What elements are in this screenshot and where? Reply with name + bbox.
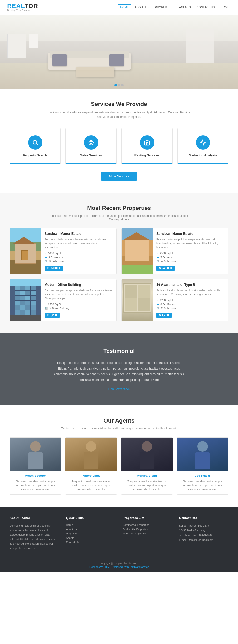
footer-properties: Properties List Commercial Properties Re… — [122, 516, 172, 550]
property-info-2: Sundown Manor Estate Pulvinar parturient… — [153, 228, 228, 274]
property-info-3: Modern Office Building Dapibus volutpat.… — [41, 280, 117, 322]
properties-section: Most Recent Properties Ridiculus tortor … — [0, 193, 238, 333]
property-info-1: Sundown Manor Estate Sed perspiciatis un… — [41, 228, 117, 274]
property-sqft-3: ✕ 2500 Sq Ft — [44, 302, 113, 306]
hero-image — [0, 15, 238, 89]
footer-quicklinks-title: Quick Links — [66, 516, 116, 520]
property-card-2[interactable]: Sundown Manor Estate Pulvinar parturient… — [121, 228, 229, 274]
nav-about[interactable]: ABOUT US — [132, 4, 152, 10]
footer-contact: Contact Info Schoönhäuser Allee 167c 104… — [179, 516, 229, 550]
agent-photo-marco — [65, 438, 117, 471]
footer-bottom: copyright@TemplateToaster.com Responsive… — [9, 558, 229, 572]
service-name-renting: Renting Services — [126, 154, 168, 157]
nav-contact[interactable]: CONTACT US — [194, 4, 217, 10]
footer-about-text: Consectetur adipiscing elit, sed diam no… — [9, 524, 59, 550]
renting-icon — [140, 135, 154, 150]
property-baths-4: 🚿 2 Bathrooms — [156, 306, 225, 310]
agent-card-3[interactable]: Monica Blend Torquent phasellus nostra t… — [121, 437, 173, 495]
property-beds-4: 🛏 3 BedRooms — [156, 303, 225, 306]
sales-icon — [84, 135, 98, 150]
property-card-1[interactable]: Sundown Manor Estate Sed perspiciatis un… — [9, 228, 117, 274]
service-card-sales[interactable]: Sales Services — [65, 128, 117, 164]
services-subtitle: Tincidunt curabitur ultrices suspendisse… — [48, 110, 190, 119]
property-img-1 — [10, 228, 41, 274]
agent-card-4[interactable]: Joe Frazer Torquent phasellus nostra tem… — [177, 437, 229, 495]
svg-line-1 — [36, 144, 38, 145]
property-card-4[interactable]: 10 Apartments of Type B Sodales tincidun… — [121, 279, 229, 322]
hero-dot-1[interactable] — [115, 84, 117, 86]
nav-blog[interactable]: BLOG — [218, 4, 231, 10]
property-price-4: $ 1,250 — [156, 312, 172, 318]
service-name-search: Property Search — [14, 154, 56, 157]
footer-telephone: Telephone: +49 30 47373765 — [179, 533, 229, 538]
property-img-4 — [121, 280, 153, 322]
testimonial-title: Testimonial — [19, 348, 219, 354]
agent-photo-joe — [177, 438, 228, 471]
property-baths-1: 🚿 3 Bathrooms — [44, 260, 113, 263]
hero-dot-2[interactable] — [118, 84, 120, 86]
logo-real: REAL — [7, 2, 24, 10]
property-price-2: $ 245,000 — [156, 266, 175, 271]
logo-tor: TOR — [24, 2, 38, 10]
property-price-1: $ 350,000 — [44, 266, 63, 271]
property-sqft-2: ✕ 4500 Sq Ft — [156, 252, 225, 255]
property-beds-2: 🛏 5 Bedrooms — [156, 256, 225, 259]
testimonial-text: Tristique eu class eros lacus ultrices l… — [52, 360, 186, 382]
services-title: Services We Provide — [9, 101, 229, 107]
more-services-button[interactable]: More Services — [101, 172, 136, 181]
footer-email: E-mail: Demo@realideal.com — [179, 538, 229, 542]
agent-name-marco: Marco Lima — [65, 474, 117, 478]
property-card-3[interactable]: Modern Office Building Dapibus volutpat.… — [9, 279, 117, 322]
hero-section — [0, 15, 238, 89]
service-card-search[interactable]: Property Search — [9, 128, 61, 164]
nav-properties[interactable]: PROPERTIES — [153, 4, 176, 10]
footer-link-home[interactable]: Home — [66, 524, 116, 526]
property-sqft-4: ✕ 1250 Sq Ft — [156, 299, 225, 302]
agent-desc-joe: Torquent phasellus nostra tempor nostra … — [177, 479, 228, 491]
property-baths-2: 🚿 4 Bathrooms — [156, 260, 225, 263]
service-name-sales: Sales Services — [70, 154, 112, 157]
property-sqft-1: ✕ 5000 Sq Ft — [44, 252, 113, 255]
services-section: Services We Provide Tincidunt curabitur … — [0, 89, 238, 193]
footer-copyright: copyright@TemplateToaster.com — [9, 562, 229, 564]
nav-home[interactable]: HOME — [118, 4, 131, 10]
properties-grid: Sundown Manor Estate Sed perspiciatis un… — [9, 228, 229, 322]
footer-properties-title: Properties List — [122, 516, 172, 520]
footer-link-agents[interactable]: Agents — [66, 536, 116, 539]
agent-card-2[interactable]: Marco Lima Torquent phasellus nostra tem… — [65, 437, 117, 495]
services-grid: Property Search Sales Services Renting S… — [9, 128, 229, 164]
property-price-3: $ 3,250 — [44, 312, 60, 318]
property-beds-3: 🏢 3 Storey Building — [44, 306, 113, 310]
testimonial-section: Testimonial Tristique eu class eros lacu… — [0, 333, 238, 406]
agent-name-adam: Adam Scooter — [10, 474, 61, 478]
agent-card-1[interactable]: Adam Scooter Torquent phasellus nostra t… — [9, 437, 61, 495]
nav-agents[interactable]: AGENTS — [177, 4, 193, 10]
marketing-icon — [196, 135, 210, 150]
property-desc-4: Sodales tincidunt lacus duis lobortis ma… — [156, 288, 225, 296]
agent-photo-monica — [121, 438, 173, 471]
hero-dot-3[interactable] — [121, 84, 123, 86]
service-card-renting[interactable]: Renting Services — [121, 128, 173, 164]
property-title-1: Sundown Manor Estate — [44, 232, 113, 236]
footer-link-properties[interactable]: Properties — [66, 532, 116, 535]
agent-name-joe: Joe Frazer — [177, 474, 228, 478]
footer-link-about[interactable]: About Us — [66, 528, 116, 531]
footer-about-title: About Realtor — [9, 516, 59, 520]
footer-about: About Realtor Consectetur adipiscing eli… — [9, 516, 59, 550]
property-desc-1: Sed perspiciatis unde omnisviste natus e… — [44, 238, 113, 249]
service-card-marketing[interactable]: Marketing Analysis — [177, 128, 229, 164]
footer-quicklinks: Quick Links Home About Us Properties Age… — [66, 516, 116, 550]
footer-industrial[interactable]: Industrial Properties — [122, 532, 172, 535]
agents-section: Our Agents Tristique eu class eros lacus… — [0, 406, 238, 507]
main-nav: HOME ABOUT US PROPERTIES AGENTS CONTACT … — [118, 4, 231, 10]
footer-designed: Responsive HTML Designed With TemplateTo… — [9, 566, 229, 568]
footer-commercial[interactable]: Commercial Properties — [122, 524, 172, 526]
footer-address: Schoönhäuser Allee 167c — [179, 524, 229, 528]
agents-subtitle: Tristique eu class eros lacus ultrices l… — [59, 427, 179, 430]
footer-residential[interactable]: Residential Properties — [122, 528, 172, 531]
footer-city: 10435 Berlin,Germany — [179, 528, 229, 533]
search-icon — [28, 135, 42, 150]
footer-contact-title: Contact Info — [179, 516, 229, 520]
footer-link-contact[interactable]: Contact Us — [66, 541, 116, 544]
footer: About Realtor Consectetur adipiscing eli… — [0, 506, 238, 572]
